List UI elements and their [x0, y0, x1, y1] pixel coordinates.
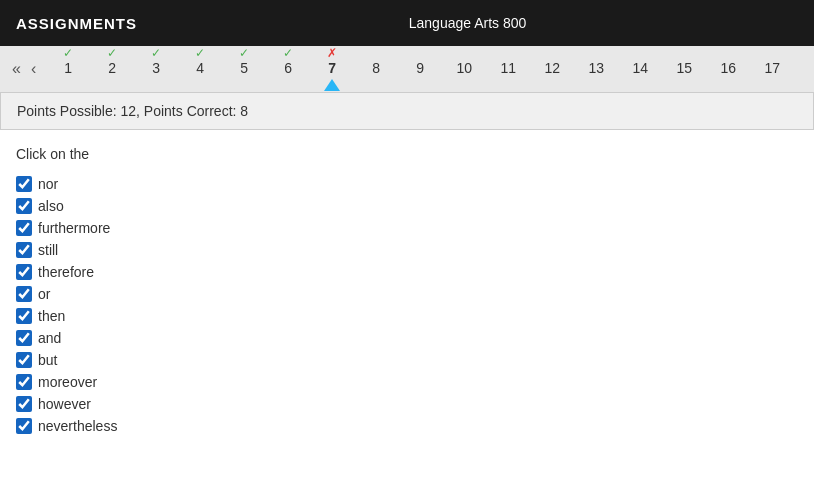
nav-num-label-14: 14	[632, 60, 648, 76]
nav-num-label-15: 15	[676, 60, 692, 76]
checkbox-therefore[interactable]	[16, 264, 32, 280]
points-text: Points Possible: 12, Points Correct: 8	[17, 103, 248, 119]
checkbox-label-still[interactable]: still	[38, 242, 58, 258]
check-icon-4: ✓	[195, 47, 205, 59]
list-item: also	[16, 198, 798, 214]
check-icon-3: ✓	[151, 47, 161, 59]
nav-num-7[interactable]: ✗7	[310, 47, 354, 91]
nav-num-label-6: 6	[284, 60, 292, 76]
nav-num-label-8: 8	[372, 60, 380, 76]
points-bar: Points Possible: 12, Points Correct: 8	[0, 92, 814, 130]
header-subtitle: Language Arts 800	[409, 15, 527, 31]
instruction: Click on the	[16, 146, 798, 162]
nav-num-label-10: 10	[456, 60, 472, 76]
checkbox-label-and[interactable]: and	[38, 330, 61, 346]
list-item: furthermore	[16, 220, 798, 236]
nav-num-label-3: 3	[152, 60, 160, 76]
checkbox-or[interactable]	[16, 286, 32, 302]
nav-num-15[interactable]: ✓15	[662, 47, 706, 91]
nav-num-label-2: 2	[108, 60, 116, 76]
nav-prev-prev-button[interactable]: «	[8, 58, 25, 80]
nav-num-11[interactable]: ✓11	[486, 47, 530, 91]
list-item: then	[16, 308, 798, 324]
check-icon-7: ✗	[327, 47, 337, 59]
list-item: still	[16, 242, 798, 258]
nav-num-13[interactable]: ✓13	[574, 47, 618, 91]
nav-num-10[interactable]: ✓10	[442, 47, 486, 91]
checkbox-but[interactable]	[16, 352, 32, 368]
checkbox-still[interactable]	[16, 242, 32, 258]
check-icon-1: ✓	[63, 47, 73, 59]
checkbox-label-but[interactable]: but	[38, 352, 57, 368]
list-item: nor	[16, 176, 798, 192]
nav-num-label-9: 9	[416, 60, 424, 76]
list-item: but	[16, 352, 798, 368]
nav-num-label-17: 17	[764, 60, 780, 76]
nav-num-6[interactable]: ✓6	[266, 47, 310, 91]
checkbox-nevertheless[interactable]	[16, 418, 32, 434]
list-item: nevertheless	[16, 418, 798, 434]
nav-num-1[interactable]: ✓1	[46, 47, 90, 91]
list-item: and	[16, 330, 798, 346]
nav-num-4[interactable]: ✓4	[178, 47, 222, 91]
check-icon-2: ✓	[107, 47, 117, 59]
checkbox-furthermore[interactable]	[16, 220, 32, 236]
nav-num-5[interactable]: ✓5	[222, 47, 266, 91]
checkbox-and[interactable]	[16, 330, 32, 346]
list-item: therefore	[16, 264, 798, 280]
checkbox-label-moreover[interactable]: moreover	[38, 374, 97, 390]
main-content: Click on the noralsofurthermorestillther…	[0, 130, 814, 450]
nav-bar: « ‹ ✓1✓2✓3✓4✓5✓6✗7✓8✓9✓10✓11✓12✓13✓14✓15…	[0, 46, 814, 92]
nav-num-17[interactable]: ✓17	[750, 47, 794, 91]
nav-num-8[interactable]: ✓8	[354, 47, 398, 91]
nav-arrows: « ‹	[8, 58, 40, 80]
nav-num-label-13: 13	[588, 60, 604, 76]
nav-num-label-5: 5	[240, 60, 248, 76]
nav-num-label-4: 4	[196, 60, 204, 76]
nav-num-label-11: 11	[500, 60, 516, 76]
nav-num-12[interactable]: ✓12	[530, 47, 574, 91]
check-icon-6: ✓	[283, 47, 293, 59]
checkbox-label-or[interactable]: or	[38, 286, 50, 302]
list-item: or	[16, 286, 798, 302]
nav-numbers: ✓1✓2✓3✓4✓5✓6✗7✓8✓9✓10✓11✓12✓13✓14✓15✓16✓…	[46, 47, 806, 91]
checkbox-label-nor[interactable]: nor	[38, 176, 58, 192]
checkbox-moreover[interactable]	[16, 374, 32, 390]
nav-num-label-16: 16	[720, 60, 736, 76]
nav-num-2[interactable]: ✓2	[90, 47, 134, 91]
checkbox-label-however[interactable]: however	[38, 396, 91, 412]
checkbox-also[interactable]	[16, 198, 32, 214]
nav-num-14[interactable]: ✓14	[618, 47, 662, 91]
check-icon-5: ✓	[239, 47, 249, 59]
header: ASSIGNMENTS Language Arts 800	[0, 0, 814, 46]
checkbox-label-furthermore[interactable]: furthermore	[38, 220, 110, 236]
list-item: however	[16, 396, 798, 412]
checkbox-then[interactable]	[16, 308, 32, 324]
checkbox-however[interactable]	[16, 396, 32, 412]
checkbox-label-then[interactable]: then	[38, 308, 65, 324]
nav-num-label-1: 1	[64, 60, 72, 76]
active-indicator-icon	[324, 79, 340, 91]
nav-num-label-7: 7	[328, 60, 336, 76]
nav-prev-button[interactable]: ‹	[27, 58, 40, 80]
list-item: moreover	[16, 374, 798, 390]
checkbox-list: noralsofurthermorestillthereforeorthenan…	[16, 176, 798, 434]
checkbox-label-therefore[interactable]: therefore	[38, 264, 94, 280]
header-title: ASSIGNMENTS	[16, 15, 137, 32]
nav-num-3[interactable]: ✓3	[134, 47, 178, 91]
checkbox-nor[interactable]	[16, 176, 32, 192]
checkbox-label-nevertheless[interactable]: nevertheless	[38, 418, 117, 434]
nav-num-9[interactable]: ✓9	[398, 47, 442, 91]
nav-num-16[interactable]: ✓16	[706, 47, 750, 91]
checkbox-label-also[interactable]: also	[38, 198, 64, 214]
nav-num-label-12: 12	[544, 60, 560, 76]
